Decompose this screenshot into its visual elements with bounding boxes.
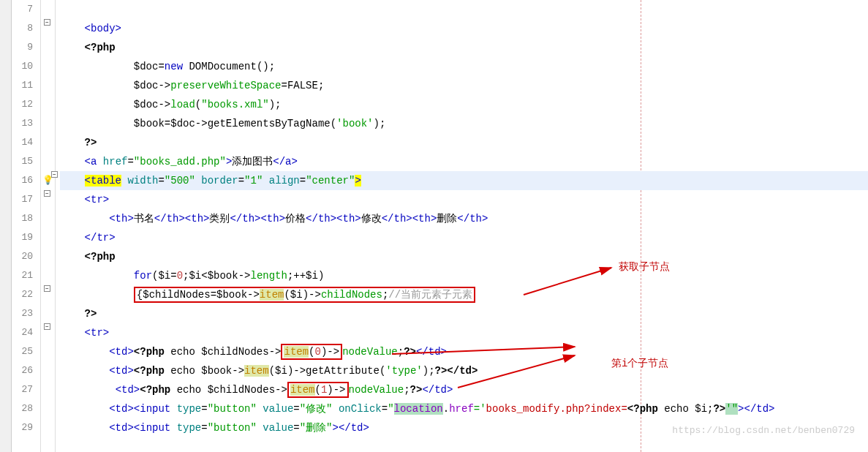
line-number: 15 bbox=[12, 152, 34, 171]
line-number: 14 bbox=[12, 133, 34, 152]
fold-icon[interactable]: − bbox=[44, 19, 50, 26]
code-area[interactable]: <body> <?php $doc=new DOMDocument(); $do… bbox=[56, 0, 868, 452]
code-line[interactable]: <td><?php echo $childNodes->item(1)->nod… bbox=[60, 380, 868, 399]
code-line[interactable]: <td><?php echo $book->item($i)->getAttri… bbox=[60, 361, 868, 380]
line-number: 22 bbox=[12, 285, 34, 304]
code-line[interactable]: <a href="books_add.php">添加图书</a> bbox=[60, 152, 868, 171]
code-line[interactable]: for($i=0;$i<$book->length;++$i) bbox=[60, 266, 868, 285]
fold-icon[interactable]: − bbox=[44, 190, 50, 197]
code-line[interactable]: $doc->preserveWhiteSpace=FALSE; bbox=[60, 76, 868, 95]
watermark: https://blog.csdn.net/benben0729 bbox=[672, 425, 855, 436]
line-number: 19 bbox=[12, 228, 34, 247]
line-number: 9 bbox=[12, 38, 34, 57]
line-number: 7 bbox=[12, 0, 34, 19]
left-scrollbar[interactable] bbox=[0, 0, 12, 452]
code-editor: 7 8 9 10 11 12 13 14 15 16 17 18 19 20 2… bbox=[0, 0, 868, 452]
line-number: 18 bbox=[12, 209, 34, 228]
code-line[interactable]: </tr> bbox=[60, 228, 868, 247]
code-line[interactable]: <td><input type="button" value="修改" onCl… bbox=[60, 399, 868, 418]
code-line[interactable]: $doc=new DOMDocument(); bbox=[60, 57, 868, 76]
line-number: 23 bbox=[12, 304, 34, 323]
code-line[interactable]: <th>书名</th><th>类别</th><th>价格</th><th>修改<… bbox=[60, 209, 868, 228]
line-number: 20 bbox=[12, 247, 34, 266]
fold-icon[interactable]: − bbox=[44, 285, 50, 292]
line-number-gutter: 7 8 9 10 11 12 13 14 15 16 17 18 19 20 2… bbox=[12, 0, 41, 452]
code-line[interactable]: {$childNodes=$book->item($i)->childNodes… bbox=[60, 285, 868, 304]
fold-icon[interactable]: − bbox=[44, 323, 50, 330]
line-number: 8 bbox=[12, 19, 34, 38]
code-line[interactable]: <?php bbox=[60, 247, 868, 266]
code-line[interactable]: $book=$doc->getElementsByTagName('book')… bbox=[60, 114, 868, 133]
code-line[interactable]: <td><?php echo $childNodes->item(0)->nod… bbox=[60, 342, 868, 361]
code-line[interactable] bbox=[60, 0, 868, 19]
line-number: 10 bbox=[12, 57, 34, 76]
line-number: 25 bbox=[12, 342, 34, 361]
line-number: 21 bbox=[12, 266, 34, 285]
line-number: 28 bbox=[12, 399, 34, 418]
code-line[interactable]: ?> bbox=[60, 304, 868, 323]
code-line[interactable]: <body> bbox=[60, 19, 868, 38]
code-line[interactable]: <tr> bbox=[60, 323, 868, 342]
line-number: 29 bbox=[12, 418, 34, 437]
code-line[interactable]: ?> bbox=[60, 133, 868, 152]
line-number: 26 bbox=[12, 361, 34, 380]
line-number: 12 bbox=[12, 95, 34, 114]
line-number: 13 bbox=[12, 114, 34, 133]
line-number: 27 bbox=[12, 380, 34, 399]
line-number: 24 bbox=[12, 323, 34, 342]
code-line-current[interactable]: <table width="500" border="1" align="cen… bbox=[60, 171, 868, 190]
line-number: 11 bbox=[12, 76, 34, 95]
line-number: 16 bbox=[12, 171, 34, 190]
code-line[interactable]: <tr> bbox=[60, 190, 868, 209]
line-number: 17 bbox=[12, 190, 34, 209]
code-line[interactable]: <?php bbox=[60, 38, 868, 57]
code-line[interactable]: $doc->load("books.xml"); bbox=[60, 95, 868, 114]
fold-gutter: − 💡− − − − bbox=[41, 0, 56, 452]
